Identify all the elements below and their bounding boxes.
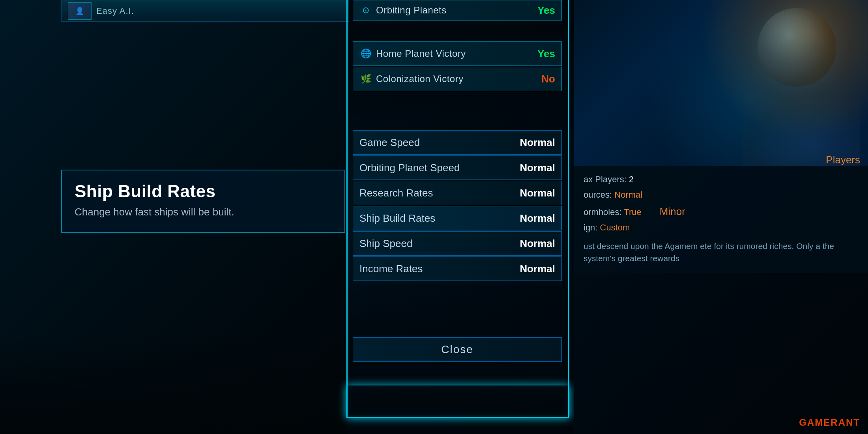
resources-label: ources: xyxy=(584,190,614,200)
preview-label: Easy A.I. xyxy=(96,6,134,16)
colonization-victory-value: No xyxy=(541,73,555,85)
players-label: Players xyxy=(826,154,860,166)
home-planet-victory-value: Yes xyxy=(537,48,555,60)
planet-decoration xyxy=(758,8,836,87)
preview-thumbnail: 👤 xyxy=(68,2,92,20)
design-line: ign: Custom xyxy=(584,222,859,234)
research-rates-value: Normal xyxy=(520,187,555,199)
max-players-line: ax Players: 2 xyxy=(584,174,859,186)
space-art xyxy=(574,0,868,166)
gamerant-watermark: GAMERANT xyxy=(799,417,860,428)
max-players-label: ax Players: xyxy=(584,174,629,184)
income-rates-value: Normal xyxy=(520,263,555,275)
players-section: Players xyxy=(826,154,860,166)
orbiting-planets-value: Yes xyxy=(537,4,555,17)
colonization-icon: 🌿 xyxy=(359,73,372,85)
gamerant-accent: RANT xyxy=(831,417,860,428)
left-panel: 👤 Easy A.I. Ship Build Rates Change how … xyxy=(0,0,347,434)
wormholes-line: ormholes: True Minor xyxy=(584,204,859,219)
home-planet-victory-row[interactable]: 🌐 Home Planet Victory Yes xyxy=(353,41,562,66)
orbiting-planet-speed-label: Orbiting Planet Speed xyxy=(359,162,520,174)
max-players-value: 2 xyxy=(629,174,634,184)
game-speed-value: Normal xyxy=(520,137,555,149)
victory-section: 🌐 Home Planet Victory Yes 🌿 Colonization… xyxy=(353,41,562,92)
wormholes-label: ormholes: xyxy=(584,207,624,217)
speed-settings-section: Game Speed Normal Orbiting Planet Speed … xyxy=(353,130,562,282)
colonization-victory-label: Colonization Victory xyxy=(376,73,537,84)
ship-build-rates-value: Normal xyxy=(520,212,555,224)
tooltip-box: Ship Build Rates Change how fast ships w… xyxy=(61,170,345,233)
income-rates-label: Income Rates xyxy=(359,263,520,275)
home-planet-victory-label: Home Planet Victory xyxy=(376,48,533,59)
design-label: ign: xyxy=(584,223,600,232)
ship-build-rates-label: Ship Build Rates xyxy=(359,212,520,224)
income-rates-row[interactable]: Income Rates Normal xyxy=(353,256,562,281)
ship-build-rates-row[interactable]: Ship Build Rates Normal xyxy=(353,206,562,230)
research-rates-row[interactable]: Research Rates Normal xyxy=(353,181,562,205)
tooltip-description: Change how fast ships will be built. xyxy=(75,206,332,218)
orbiting-planets-row[interactable]: ⊙ Orbiting Planets Yes xyxy=(353,0,562,21)
ship-speed-row[interactable]: Ship Speed Normal xyxy=(353,231,562,256)
bottom-left-gradient xyxy=(0,335,347,434)
right-panel: ax Players: 2 ources: Normal ormholes: T… xyxy=(574,0,868,434)
ship-speed-label: Ship Speed xyxy=(359,238,520,250)
orbiting-planet-speed-row[interactable]: Orbiting Planet Speed Normal xyxy=(353,155,562,180)
close-button-label: Close xyxy=(441,343,473,356)
tooltip-title: Ship Build Rates xyxy=(75,181,332,201)
orbiting-planet-speed-value: Normal xyxy=(520,162,555,174)
game-speed-row[interactable]: Game Speed Normal xyxy=(353,130,562,155)
wormholes-value: True xyxy=(624,207,641,217)
orbiting-planets-label: Orbiting Planets xyxy=(376,5,533,16)
gamerant-brand: GAME xyxy=(799,417,831,428)
ship-speed-value: Normal xyxy=(520,238,555,250)
info-description-text: ust descend upon the Agamem ete for its … xyxy=(584,241,834,263)
game-speed-label: Game Speed xyxy=(359,137,520,149)
minor-label: Minor xyxy=(660,206,685,217)
design-value: Custom xyxy=(600,223,630,232)
resources-value: Normal xyxy=(614,190,642,200)
research-rates-label: Research Rates xyxy=(359,187,520,199)
info-panel: ax Players: 2 ources: Normal ormholes: T… xyxy=(574,166,868,273)
preview-icon: 👤 xyxy=(75,7,84,15)
home-planet-icon: 🌐 xyxy=(359,47,372,60)
resources-line: ources: Normal xyxy=(584,189,859,201)
info-description: ust descend upon the Agamem ete for its … xyxy=(584,240,859,265)
preview-bar: 👤 Easy A.I. xyxy=(61,0,349,22)
orbiting-planets-icon: ⊙ xyxy=(359,4,372,17)
close-button[interactable]: Close xyxy=(353,337,562,362)
colonization-victory-row[interactable]: 🌿 Colonization Victory No xyxy=(353,67,562,91)
